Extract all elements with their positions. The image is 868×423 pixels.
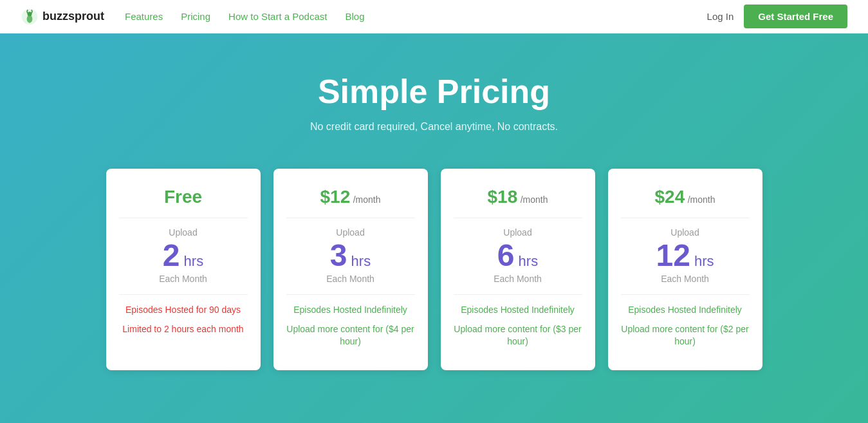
each-month-label: Each Month bbox=[286, 274, 415, 284]
plan-price-row: $12 /month bbox=[286, 187, 415, 207]
nav-features[interactable]: Features bbox=[125, 11, 163, 22]
logo-icon bbox=[21, 8, 39, 26]
pricing-card-18: $18 /month Upload 6 hrs Each Month Episo… bbox=[441, 169, 595, 370]
navbar: buzzsprout Features Pricing How to Start… bbox=[0, 0, 868, 33]
plan-period: /month bbox=[353, 194, 381, 205]
plan-feature: Episodes Hosted Indefinitely bbox=[621, 304, 750, 317]
plan-feature: Episodes Hosted Indefinitely bbox=[454, 304, 582, 317]
plan-price-row: $24 /month bbox=[621, 187, 750, 207]
pricing-card-free: Free Upload 2 hrs Each Month Episodes Ho… bbox=[106, 169, 261, 370]
login-link[interactable]: Log In bbox=[707, 11, 734, 22]
plan-price: $12 bbox=[320, 187, 351, 207]
each-month-label: Each Month bbox=[621, 274, 750, 284]
pricing-card-12: $12 /month Upload 3 hrs Each Month Episo… bbox=[273, 169, 428, 370]
each-month-label: Each Month bbox=[119, 274, 248, 284]
plan-period: /month bbox=[521, 194, 548, 205]
hero-section: Simple Pricing No credit card required, … bbox=[0, 33, 868, 423]
upload-label: Upload bbox=[119, 227, 248, 238]
card-divider2 bbox=[119, 294, 248, 295]
pricing-cards: Free Upload 2 hrs Each Month Episodes Ho… bbox=[13, 169, 855, 370]
hours-number: 6 bbox=[497, 238, 515, 272]
hero-subtitle: No credit card required, Cancel anytime,… bbox=[13, 121, 855, 133]
card-divider bbox=[119, 218, 248, 218]
card-divider bbox=[454, 218, 582, 218]
svg-point-2 bbox=[28, 12, 32, 16]
hero-title: Simple Pricing bbox=[13, 72, 855, 111]
plan-price: $18 bbox=[488, 187, 518, 207]
hours-number: 2 bbox=[163, 238, 180, 272]
hours-display: 12 hrs bbox=[621, 240, 750, 271]
plan-period: /month bbox=[688, 194, 716, 205]
plan-feature: Upload more content for ($3 per hour) bbox=[454, 323, 582, 348]
upload-label: Upload bbox=[286, 227, 415, 238]
upload-label: Upload bbox=[621, 227, 750, 238]
hours-display: 2 hrs bbox=[119, 240, 248, 271]
hours-unit: hrs bbox=[690, 253, 714, 269]
hours-unit: hrs bbox=[347, 253, 371, 269]
plan-feature: Episodes Hosted for 90 days bbox=[119, 304, 248, 317]
hours-display: 6 hrs bbox=[454, 240, 582, 271]
plan-feature: Upload more content for ($4 per hour) bbox=[286, 323, 415, 348]
svg-point-1 bbox=[27, 15, 33, 23]
nav-pricing[interactable]: Pricing bbox=[181, 11, 210, 22]
hours-number: 3 bbox=[330, 238, 347, 272]
card-divider2 bbox=[286, 294, 415, 295]
plan-price: $24 bbox=[655, 187, 685, 207]
nav-links: Features Pricing How to Start a Podcast … bbox=[125, 11, 707, 22]
hours-unit: hrs bbox=[515, 253, 539, 269]
each-month-label: Each Month bbox=[454, 274, 582, 284]
nav-how-to[interactable]: How to Start a Podcast bbox=[228, 11, 327, 22]
card-divider bbox=[621, 218, 750, 218]
plan-price-row: $18 /month bbox=[454, 187, 582, 207]
card-divider bbox=[286, 218, 415, 218]
plan-feature: Episodes Hosted Indefinitely bbox=[286, 304, 415, 317]
logo[interactable]: buzzsprout bbox=[21, 8, 104, 26]
get-started-button[interactable]: Get Started Free bbox=[744, 5, 847, 28]
upload-label: Upload bbox=[454, 227, 582, 238]
pricing-card-24: $24 /month Upload 12 hrs Each Month Epis… bbox=[608, 169, 762, 370]
plan-name: Free bbox=[119, 187, 248, 207]
nav-blog[interactable]: Blog bbox=[345, 11, 364, 22]
hours-number: 12 bbox=[656, 238, 690, 272]
hours-unit: hrs bbox=[180, 253, 204, 269]
hours-display: 3 hrs bbox=[286, 240, 415, 271]
card-divider2 bbox=[454, 294, 582, 295]
card-divider2 bbox=[621, 294, 750, 295]
logo-text: buzzsprout bbox=[42, 10, 104, 23]
plan-feature: Upload more content for ($2 per hour) bbox=[621, 323, 750, 348]
plan-feature: Limited to 2 hours each month bbox=[119, 323, 248, 336]
